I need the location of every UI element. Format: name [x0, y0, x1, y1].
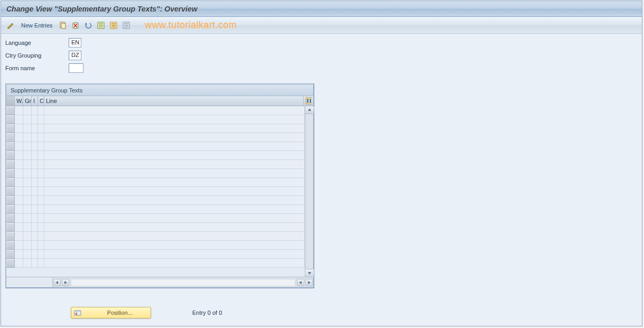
cell-line[interactable]: [44, 151, 305, 160]
cell-gr[interactable]: [23, 250, 32, 259]
cell-i[interactable]: [32, 142, 38, 151]
row-selector[interactable]: [6, 187, 15, 196]
cell-line[interactable]: [44, 124, 305, 133]
cell-i[interactable]: [32, 151, 38, 160]
cell-gr[interactable]: [23, 169, 32, 178]
cell-i[interactable]: [32, 250, 38, 259]
cell-line[interactable]: [44, 196, 305, 205]
table-row[interactable]: [6, 169, 305, 178]
row-selector[interactable]: [6, 259, 15, 268]
language-field[interactable]: EN: [69, 38, 81, 48]
cell-c[interactable]: [38, 241, 44, 250]
position-button[interactable]: Position...: [71, 307, 151, 318]
col-w[interactable]: W.: [15, 96, 23, 106]
cell-i[interactable]: [32, 232, 38, 241]
row-selector[interactable]: [6, 178, 15, 187]
row-selector[interactable]: [6, 160, 15, 169]
cell-gr[interactable]: [23, 151, 32, 160]
table-row[interactable]: [6, 214, 305, 223]
row-selector[interactable]: [6, 169, 15, 178]
cell-i[interactable]: [32, 187, 38, 196]
row-selector[interactable]: [6, 205, 15, 214]
cell-gr[interactable]: [23, 241, 32, 250]
delete-icon[interactable]: [70, 20, 81, 31]
cell-line[interactable]: [44, 160, 305, 169]
table-row[interactable]: [6, 142, 305, 151]
table-row[interactable]: [6, 106, 305, 115]
col-line[interactable]: Line: [44, 96, 304, 106]
ctry-grouping-field[interactable]: DZ: [69, 51, 81, 60]
cell-gr[interactable]: [23, 133, 32, 142]
cell-i[interactable]: [32, 241, 38, 250]
cell-i[interactable]: [32, 196, 38, 205]
col-gr[interactable]: Gr: [23, 96, 32, 106]
cell-w[interactable]: [15, 214, 23, 223]
vertical-scrollbar[interactable]: [305, 106, 313, 277]
cell-c[interactable]: [38, 196, 44, 205]
cell-line[interactable]: [44, 115, 305, 124]
cell-i[interactable]: [32, 259, 38, 268]
cell-w[interactable]: [15, 169, 23, 178]
table-row[interactable]: [6, 232, 305, 241]
cell-line[interactable]: [44, 169, 305, 178]
cell-i[interactable]: [32, 106, 38, 115]
cell-w[interactable]: [15, 124, 23, 133]
cell-w[interactable]: [15, 142, 23, 151]
new-entries-button[interactable]: New Entries: [18, 22, 55, 29]
select-all-icon[interactable]: [96, 20, 106, 31]
cell-line[interactable]: [44, 205, 305, 214]
cell-w[interactable]: [15, 115, 23, 124]
cell-line[interactable]: [44, 133, 305, 142]
table-row[interactable]: [6, 151, 305, 160]
table-row[interactable]: [6, 178, 305, 187]
col-i[interactable]: I: [32, 96, 38, 106]
cell-w[interactable]: [15, 223, 23, 232]
cell-line[interactable]: [44, 187, 305, 196]
scroll-down-icon[interactable]: [305, 269, 314, 277]
cell-w[interactable]: [15, 259, 23, 268]
cell-w[interactable]: [15, 250, 23, 259]
cell-gr[interactable]: [23, 223, 32, 232]
col-c[interactable]: C: [38, 96, 44, 106]
cell-line[interactable]: [44, 178, 305, 187]
cell-i[interactable]: [32, 160, 38, 169]
row-selector[interactable]: [6, 241, 15, 250]
cell-gr[interactable]: [23, 106, 32, 115]
cell-gr[interactable]: [23, 232, 32, 241]
cell-c[interactable]: [38, 151, 44, 160]
cell-w[interactable]: [15, 205, 23, 214]
cell-i[interactable]: [32, 115, 38, 124]
table-row[interactable]: [6, 115, 305, 124]
cell-line[interactable]: [44, 223, 305, 232]
scroll-left-end-icon[interactable]: [297, 279, 304, 286]
cell-i[interactable]: [32, 205, 38, 214]
table-row[interactable]: [6, 223, 305, 232]
cell-gr[interactable]: [23, 115, 32, 124]
scroll-right-icon[interactable]: [62, 279, 69, 286]
cell-w[interactable]: [15, 133, 23, 142]
cell-w[interactable]: [15, 106, 23, 115]
cell-gr[interactable]: [23, 178, 32, 187]
col-select[interactable]: [6, 96, 15, 106]
cell-gr[interactable]: [23, 214, 32, 223]
cell-i[interactable]: [32, 214, 38, 223]
cell-i[interactable]: [32, 124, 38, 133]
cell-gr[interactable]: [23, 124, 32, 133]
row-selector[interactable]: [6, 106, 15, 115]
table-config-icon[interactable]: [304, 96, 313, 106]
cell-c[interactable]: [38, 259, 44, 268]
cell-line[interactable]: [44, 106, 305, 115]
cell-gr[interactable]: [23, 187, 32, 196]
row-selector[interactable]: [6, 133, 15, 142]
table-row[interactable]: [6, 259, 305, 268]
cell-line[interactable]: [44, 142, 305, 151]
cell-c[interactable]: [38, 232, 44, 241]
cell-c[interactable]: [38, 106, 44, 115]
scroll-up-icon[interactable]: [305, 106, 314, 114]
form-name-field[interactable]: [69, 63, 83, 73]
cell-c[interactable]: [38, 205, 44, 214]
cell-c[interactable]: [38, 124, 44, 133]
cell-gr[interactable]: [23, 142, 32, 151]
row-selector[interactable]: [6, 115, 15, 124]
cell-line[interactable]: [44, 232, 305, 241]
